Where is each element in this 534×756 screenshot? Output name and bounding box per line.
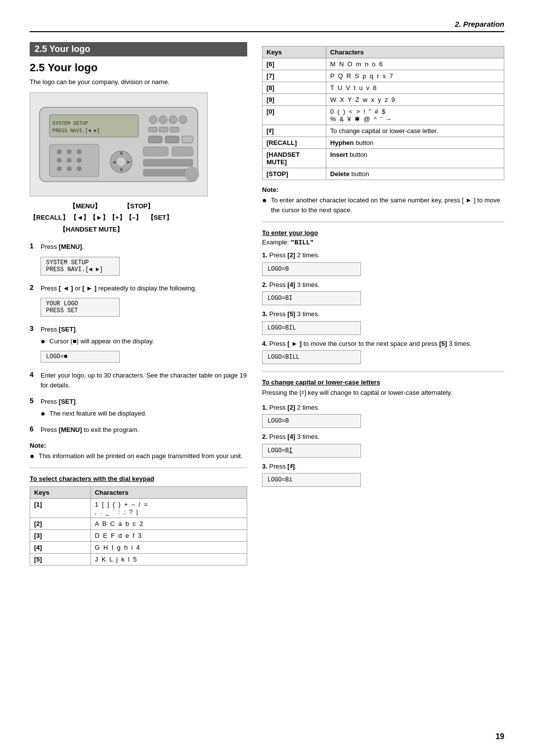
chars-handset-mute: Insert button [326, 149, 504, 168]
case-step-2: 2. Press [4] 3 times. LOGO=BI [262, 432, 504, 458]
table-row: [8] T U V t u v 8 [263, 82, 504, 94]
table-row: [5] J K L j k l 5 [30, 554, 247, 566]
svg-text:PRESS NAVI.[◄ ►]: PRESS NAVI.[◄ ►] [52, 128, 100, 134]
svg-rect-10 [170, 127, 179, 132]
table-row: [3] D E F d e f 3 [30, 530, 247, 542]
svg-point-4 [149, 116, 157, 124]
key-4: [4] [30, 542, 91, 554]
svg-text:SYSTEM SETUP: SYSTEM SETUP [52, 121, 88, 126]
chars-4: G H I g h i 4 [90, 542, 247, 554]
svg-point-35 [187, 170, 196, 179]
key-hash: [♯] [263, 125, 326, 137]
svg-point-7 [179, 116, 187, 124]
key-8: [8] [263, 82, 326, 94]
svg-rect-30 [143, 147, 168, 156]
right-table-header: Keys Characters [263, 47, 504, 58]
display-case-3: LOGO=Bi [262, 473, 361, 487]
svg-rect-8 [148, 127, 157, 132]
page-number: 19 [495, 732, 504, 741]
svg-point-18 [57, 158, 62, 163]
svg-text:►: ► [126, 159, 132, 165]
step-1: 1 Press [MENU]. SYSTEM SETUPPRESS NAVI.[… [30, 242, 247, 279]
divider-right-1 [262, 222, 504, 222]
svg-rect-14 [49, 144, 99, 177]
svg-point-16 [67, 149, 72, 154]
enter-step-3: 3. Press [5] 3 times. LOGO=BIL [262, 309, 504, 335]
svg-text:◄: ◄ [111, 159, 117, 165]
chars-2: A B C a b c 2 [90, 518, 247, 530]
section-title: 2.5 Your logo [30, 61, 247, 74]
chars-recall: Hyphen button [326, 137, 504, 149]
recall-nav-label: 【RECALL】 【◄】【►】【+】【–】 【SET】 [30, 212, 173, 223]
step-2: 2 Press [ ◄ ] or [ ► ] repeatedly to dis… [30, 284, 247, 320]
right-col-chars: Characters [326, 47, 504, 58]
col-characters: Characters [90, 487, 247, 499]
step-6: 6 Press [MENU] to exit the program. [30, 425, 247, 437]
key-1: [1] [30, 499, 91, 518]
main-columns: 2.5 Your logo 2.5 Your logo The logo can… [30, 42, 504, 566]
svg-point-5 [159, 116, 167, 124]
display-enter-2: LOGO=BI [262, 291, 361, 305]
table-header-row: Keys Characters [30, 487, 247, 499]
table-row: [1] 1 [ ] { } + – / =, . _ ` : ; ? | [30, 499, 247, 518]
table-row: [HANDSETMUTE] Insert button [263, 149, 504, 168]
device-svg: SYSTEM SETUP PRESS NAVI.[◄ ►] [35, 97, 203, 191]
col-keys: Keys [30, 487, 91, 499]
svg-point-6 [169, 116, 177, 124]
chars-3: D E F d e f 3 [90, 530, 247, 542]
key-3: [3] [30, 530, 91, 542]
svg-point-25 [116, 157, 126, 167]
table-row: [♯] To change capital or lower-case lett… [263, 125, 504, 137]
display-case-1: LOGO=B [262, 414, 361, 428]
svg-point-17 [77, 149, 82, 154]
chars-7: P Q R S p q r s 7 [326, 70, 504, 82]
step-5: 5 Press [SET]. ● The next feature will b… [30, 397, 247, 420]
page-header: 2. Preparation [30, 20, 504, 32]
case-step-1: 1. Press [2] 2 times. LOGO=B [262, 403, 504, 428]
table-row: [6] M N O m n o 6 [263, 58, 504, 70]
page: 2. Preparation 2.5 Your logo 2.5 Your lo… [0, 0, 534, 756]
intro-text: The logo can be your company, division o… [30, 78, 247, 86]
display-system-setup: SYSTEM SETUPPRESS NAVI.[◄ ►] [41, 257, 120, 276]
enter-logo-heading: To enter your logo [262, 229, 504, 236]
key-2: [2] [30, 518, 91, 530]
svg-text:▲: ▲ [119, 149, 124, 155]
note-right: Note: ● To enter another character locat… [262, 186, 504, 215]
display-enter-4: LOGO=BILL [262, 350, 361, 364]
divider-right-2 [262, 371, 504, 372]
key-5: [5] [30, 554, 91, 566]
display-your-logo: YOUR LOGOPRESS SET [41, 298, 120, 317]
step-4: 4 Enter your logo, up to 30 characters. … [30, 371, 247, 392]
table-row: [7] P Q R S p q r s 7 [263, 70, 504, 82]
case-step-3: 3. Press [♯]. LOGO=Bi [262, 462, 504, 487]
svg-point-23 [77, 166, 82, 171]
svg-point-19 [67, 158, 72, 163]
key-7: [7] [263, 70, 326, 82]
example-value: "BILL" [291, 239, 314, 246]
right-column: Keys Characters [6] M N O m n o 6 [7] P … [262, 42, 504, 566]
chars-9: W X Y Z w x y z 9 [326, 94, 504, 106]
key-9: [9] [263, 94, 326, 106]
step-3: 3 Press [SET]. ● Cursor (■) will appear … [30, 325, 247, 366]
enter-step-2: 2. Press [4] 3 times. LOGO=BI [262, 280, 504, 306]
divider-1 [30, 468, 247, 468]
svg-text:▼: ▼ [119, 167, 124, 173]
change-case-heading: To change capital or lower-case letters [262, 378, 504, 386]
key-6: [6] [263, 58, 326, 70]
enter-step-1: 1. Press [2] 2 times. LOGO=B [262, 250, 504, 276]
menu-label: 【MENU】 [69, 200, 101, 212]
note-main: Note: ● This information will be printed… [30, 442, 247, 461]
svg-rect-31 [172, 147, 193, 156]
table-row: [2] A B C a b c 2 [30, 518, 247, 530]
key-handset-mute: [HANDSETMUTE] [263, 149, 326, 168]
device-labels: 【MENU】 【STOP】 【RECALL】 【◄】【►】【+】【–】 【SET… [30, 200, 247, 235]
left-column: 2.5 Your logo 2.5 Your logo The logo can… [30, 42, 247, 566]
keypad-table: Keys Characters [1] 1 [ ] { } + – / =, .… [30, 486, 247, 566]
chars-0: 0 ( ) < > ! " # $% & ¥ ✱ @ ^ ' → [326, 106, 504, 125]
chars-6: M N O m n o 6 [326, 58, 504, 70]
chars-1: 1 [ ] { } + – / =, . _ ` : ; ? | [90, 499, 247, 518]
header-title: 2. Preparation [455, 20, 504, 28]
key-0: [0] [263, 106, 326, 125]
table-row: [RECALL] Hyphen button [263, 137, 504, 149]
table-row: [STOP] Delete button [263, 168, 504, 180]
